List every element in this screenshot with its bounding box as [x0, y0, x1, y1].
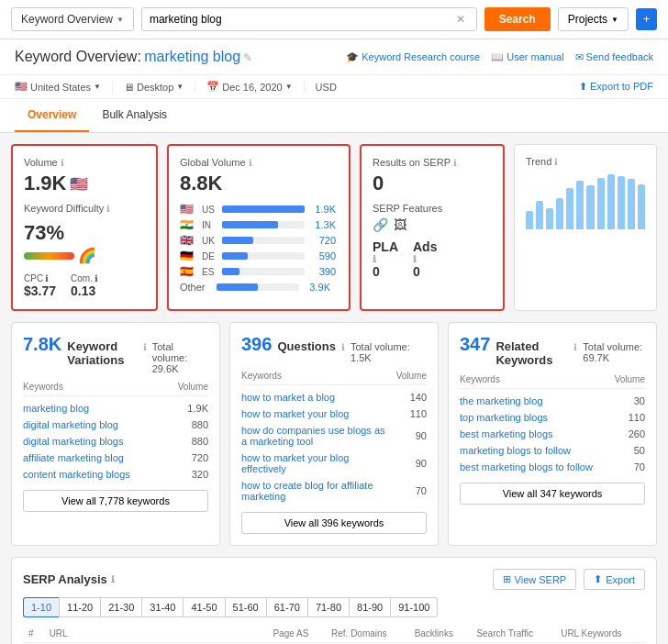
related-keywords-info-icon[interactable]: ℹ [573, 342, 577, 352]
keyword-research-course-link[interactable]: 🎓 Keyword Research course [346, 51, 480, 63]
col-search-traffic: Search Traffic [471, 625, 555, 643]
search-input[interactable] [150, 13, 456, 26]
kw-variation-link[interactable]: marketing blog [23, 403, 89, 414]
projects-button[interactable]: Projects ▼ [558, 7, 629, 31]
volume-label: Volume ℹ [24, 157, 145, 168]
pla-info-icon[interactable]: ℹ [373, 254, 398, 264]
question-volume: 90 [416, 430, 427, 441]
difficulty-info-icon[interactable]: ℹ [106, 204, 110, 214]
questions-title: Questions [277, 339, 336, 353]
page-tab-31-40[interactable]: 31-40 [141, 597, 183, 617]
export-pdf-button[interactable]: ⬆ Export to PDF [579, 81, 653, 93]
kw-variation-link[interactable]: affiliate marketing blog [23, 452, 124, 463]
volume-value: 1.9K 🇺🇸 [24, 172, 145, 195]
global-volume-info-icon[interactable]: ℹ [249, 158, 252, 168]
country-bar [222, 237, 253, 244]
serp-analysis-info-icon[interactable]: ℹ [111, 574, 115, 584]
question-row: how to create blog for affiliate marketi… [241, 477, 427, 505]
country-bar [222, 221, 278, 228]
question-link[interactable]: how to create blog for affiliate marketi… [241, 480, 388, 502]
serp-info-icon[interactable]: ℹ [453, 158, 457, 168]
ads-metric: Ads ℹ 0 [413, 239, 437, 279]
clear-icon[interactable]: ✕ [456, 13, 465, 26]
serp-results-label: Results on SERP ℹ [373, 157, 492, 168]
export-button[interactable]: ⬆ Export [584, 569, 645, 590]
page-tabs: 1-1011-2021-3031-4041-5051-6061-7071-808… [23, 597, 645, 617]
com-info-icon[interactable]: ℹ [95, 273, 98, 283]
serp-feature-icons: 🔗 🖼 [373, 217, 492, 232]
kw-variations-info-icon[interactable]: ℹ [143, 342, 147, 352]
questions-info-icon[interactable]: ℹ [341, 342, 345, 352]
trend-chart [526, 174, 645, 229]
related-keyword-row: top marketing blogs110 [460, 409, 645, 426]
related-keyword-volume: 30 [634, 395, 645, 406]
question-row: how to market a blog140 [241, 389, 427, 405]
page-tab-81-90[interactable]: 81-90 [349, 597, 390, 617]
question-link[interactable]: how to market your blog effectively [241, 452, 388, 474]
keyword-difficulty-label: Keyword Difficulty ℹ [24, 203, 145, 214]
top-bar: Keyword Overview ▼ ✕ Search Projects ▼ + [0, 0, 668, 39]
kw-variation-link[interactable]: content marketing blogs [23, 469, 130, 480]
kw-variation-link[interactable]: digital marketing blogs [23, 436, 123, 447]
col-url-keywords: URL Keywords [555, 625, 645, 643]
related-keyword-link[interactable]: top marketing blogs [460, 412, 548, 423]
related-keyword-link[interactable]: the marketing blog [460, 395, 543, 406]
trend-info-icon[interactable]: ℹ [554, 157, 558, 167]
cpc-info-icon[interactable]: ℹ [45, 273, 49, 283]
country-filter[interactable]: 🇺🇸 United States ▼ [15, 81, 113, 93]
question-volume: 110 [410, 408, 427, 419]
page-tab-1-10[interactable]: 1-10 [23, 597, 59, 617]
question-link[interactable]: how do companies use blogs as a marketin… [241, 425, 388, 447]
page-tab-71-80[interactable]: 71-80 [307, 597, 349, 617]
country-bar [222, 252, 248, 260]
kw-variations-rows: marketing blog1.9Kdigital marketing blog… [23, 400, 208, 483]
page-tab-11-20[interactable]: 11-20 [59, 597, 100, 617]
view-all-variations-button[interactable]: View all 7,778 keywords [23, 490, 208, 512]
trend-bar [536, 201, 543, 229]
date-filter[interactable]: 📅 Dec 16, 2020 ▼ [206, 81, 304, 93]
kw-variation-volume: 880 [192, 436, 208, 447]
edit-icon[interactable]: ✎ [243, 51, 252, 64]
page-tab-41-50[interactable]: 41-50 [183, 597, 224, 617]
export-icon: ⬆ [579, 81, 587, 92]
view-serp-button[interactable]: ⊞ View SERP [493, 569, 577, 590]
keyword-overview-dropdown[interactable]: Keyword Overview ▼ [11, 7, 134, 31]
questions-header: 396 Questions ℹ Total volume: 1.5K [241, 334, 427, 363]
volume-info-icon[interactable]: ℹ [61, 158, 64, 168]
kw-variation-link[interactable]: digital marketing blog [23, 419, 118, 430]
global-volume-other: Other 3.9K [180, 282, 338, 293]
related-keyword-link[interactable]: best marketing blogs to follow [460, 461, 593, 472]
search-box: ✕ [141, 7, 477, 31]
related-keyword-link[interactable]: marketing blogs to follow [460, 445, 571, 456]
cpc-metric: CPC ℹ $3.77 [24, 273, 56, 298]
page-tab-51-60[interactable]: 51-60 [225, 597, 266, 617]
ads-info-icon[interactable]: ℹ [413, 254, 437, 264]
related-keyword-link[interactable]: best marketing blogs [460, 428, 553, 439]
related-keyword-row: marketing blogs to follow50 [460, 442, 645, 459]
country-dropdown-icon: ▼ [94, 83, 101, 91]
page-tab-91-100[interactable]: 91-100 [390, 597, 438, 617]
device-filter[interactable]: 🖥 Desktop ▼ [124, 82, 195, 93]
user-manual-link[interactable]: 📖 User manual [491, 51, 563, 63]
global-volume-rows: 🇺🇸 US 1.9K 🇮🇳 IN 1.3K 🇬🇧 UK 720 🇩🇪 DE [180, 203, 338, 278]
view-all-related-button[interactable]: View all 347 keywords [460, 483, 645, 505]
cpc-value: $3.77 [24, 283, 56, 298]
trend-bar [546, 208, 553, 229]
page-tab-21-30[interactable]: 21-30 [100, 597, 141, 617]
send-feedback-link[interactable]: ✉ Send feedback [575, 51, 653, 63]
question-link[interactable]: how to market a blog [241, 392, 335, 403]
question-link[interactable]: how to market your blog [241, 408, 349, 419]
serp-analysis-table: # URL Page AS Ref. Domains Backlinks Sea… [23, 625, 645, 644]
page-tab-61-70[interactable]: 61-70 [266, 597, 307, 617]
view-all-questions-button[interactable]: View all 396 keywords [241, 512, 427, 534]
search-button[interactable]: Search [484, 7, 551, 31]
tab-overview[interactable]: Overview [15, 99, 89, 132]
page-title: Keyword Overview: marketing blog ✎ [15, 49, 252, 65]
kw-variation-row: digital marketing blogs880 [23, 433, 208, 450]
questions-section: 396 Questions ℹ Total volume: 1.5K Keywo… [229, 322, 439, 546]
tab-bulk-analysis[interactable]: Bulk Analysis [89, 99, 180, 132]
kw-variation-row: content marketing blogs320 [23, 466, 208, 483]
trend-bar [526, 211, 533, 229]
other-bar-wrap [217, 283, 299, 291]
add-project-button[interactable]: + [636, 8, 657, 30]
